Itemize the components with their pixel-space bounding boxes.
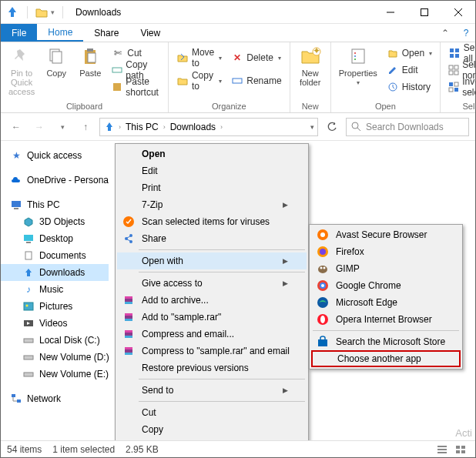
openwith-gimp[interactable]: GIMP: [311, 260, 461, 277]
copy-button[interactable]: Copy: [41, 44, 72, 79]
nav-onedrive[interactable]: OneDrive - Personal: [1, 172, 109, 189]
openwith-opera[interactable]: Opera Internet Browser: [311, 311, 461, 328]
nav-thispc[interactable]: This PC: [1, 196, 109, 213]
openwith-choose-another[interactable]: Choose another app: [311, 350, 461, 367]
ribbon-expand-button[interactable]: ⌃: [434, 24, 457, 42]
ctx-restore[interactable]: Restore previous versions: [117, 359, 307, 376]
nav-music[interactable]: ♪Music: [1, 281, 109, 298]
qat-dropdown-icon[interactable]: ▾: [51, 8, 55, 16]
new-folder-button[interactable]: ✦ New folder: [295, 44, 326, 89]
ctx-send-to[interactable]: Send to▶: [117, 382, 307, 399]
invert-selection-button[interactable]: Invert selection: [445, 79, 476, 95]
ctx-7zip[interactable]: 7-Zip▶: [117, 196, 307, 213]
nav-new-volume-e[interactable]: New Volume (E:): [1, 366, 109, 383]
ctx-print[interactable]: Print: [117, 179, 307, 196]
recent-dropdown[interactable]: ▾: [53, 118, 72, 136]
openwith-chrome[interactable]: Google Chrome: [311, 277, 461, 294]
qat-separator: [27, 6, 28, 18]
tab-file[interactable]: File: [1, 24, 37, 42]
crumb-thispc[interactable]: This PC: [124, 122, 160, 132]
ctx-add-archive[interactable]: Add to archive...: [117, 292, 307, 309]
openwith-store[interactable]: Search the Microsoft Store: [311, 333, 461, 350]
ctx-add-sample[interactable]: Add to "sample.rar": [117, 309, 307, 326]
ctx-give-access[interactable]: Give access to▶: [117, 275, 307, 292]
ctx-compress-email[interactable]: Compress and email...: [117, 326, 307, 343]
refresh-button[interactable]: [323, 118, 341, 136]
paste-button[interactable]: Paste: [75, 44, 106, 79]
cut-button[interactable]: ✄Cut: [109, 45, 163, 61]
edit-button[interactable]: Edit: [384, 62, 435, 78]
history-button[interactable]: History: [384, 79, 435, 95]
crumb-sep-icon[interactable]: ›: [119, 123, 121, 131]
svg-rect-81: [456, 450, 460, 453]
move-to-button[interactable]: Move to▾: [173, 50, 225, 65]
nav-pictures[interactable]: Pictures: [1, 298, 109, 315]
rename-button[interactable]: Rename: [228, 73, 284, 89]
nav-quick-access[interactable]: ★Quick access: [1, 147, 109, 164]
nav-new-volume-d[interactable]: New Volume (D:): [1, 349, 109, 366]
tab-share[interactable]: Share: [83, 24, 129, 42]
qat-folder-icon[interactable]: [35, 6, 48, 18]
properties-button[interactable]: Properties ▾: [336, 44, 380, 88]
up-button[interactable]: ↑: [76, 118, 95, 136]
ctx-copy[interactable]: Copy: [117, 421, 307, 438]
ctx-share[interactable]: Share: [117, 230, 307, 247]
copy-path-button[interactable]: Copy path: [109, 62, 163, 78]
music-icon: ♪: [22, 283, 35, 296]
select-all-button[interactable]: Select all: [445, 45, 476, 61]
address-dropdown-icon[interactable]: ▾: [310, 123, 314, 131]
svg-rect-27: [449, 82, 453, 86]
crumb-sep-icon[interactable]: ›: [220, 123, 223, 131]
svg-rect-58: [125, 336, 132, 338]
openwith-firefox[interactable]: Firefox: [311, 243, 461, 260]
svg-rect-43: [24, 373, 33, 376]
ctx-cut[interactable]: Cut: [117, 404, 307, 421]
view-details-button[interactable]: [434, 443, 451, 456]
open-button[interactable]: Open▾: [384, 45, 435, 61]
nav-videos[interactable]: Videos: [1, 315, 109, 332]
cube-icon: [22, 216, 35, 228]
search-box[interactable]: Search Downloads: [346, 118, 469, 136]
crumb-sep-icon[interactable]: ›: [163, 123, 166, 131]
delete-button[interactable]: ✕Delete▾: [228, 50, 284, 65]
view-large-icons-button[interactable]: [452, 443, 469, 456]
ctx-compress-sample-email[interactable]: Compress to "sample.rar" and email: [117, 343, 307, 359]
nav-downloads[interactable]: Downloads: [1, 264, 109, 281]
ctx-open[interactable]: Open: [117, 145, 307, 162]
videos-icon: [22, 317, 35, 329]
status-bar: 54 items 1 item selected 2.95 KB: [1, 440, 475, 457]
back-button[interactable]: ←: [7, 118, 25, 136]
nav-local-disk-c[interactable]: Local Disk (C:): [1, 332, 109, 349]
nav-documents[interactable]: Documents: [1, 247, 109, 264]
tab-view[interactable]: View: [129, 24, 171, 42]
ctx-scan[interactable]: Scan selected items for viruses: [117, 213, 307, 230]
gimp-icon: [316, 262, 330, 276]
svg-rect-78: [437, 452, 447, 453]
svg-rect-35: [24, 235, 33, 241]
svg-rect-25: [449, 71, 453, 75]
nav-3d-objects[interactable]: 3D Objects: [1, 213, 109, 230]
path-icon: [112, 64, 122, 76]
openwith-edge[interactable]: Microsoft Edge: [311, 294, 461, 311]
copy-to-button[interactable]: Copy to▾: [173, 73, 225, 89]
minimize-button[interactable]: [374, 1, 407, 24]
help-button[interactable]: ?: [457, 24, 475, 42]
maximize-button[interactable]: [407, 1, 441, 24]
nav-network[interactable]: Network: [1, 390, 109, 407]
group-label-clipboard: Clipboard: [5, 102, 163, 112]
address-bar[interactable]: › This PC › Downloads › ▾: [99, 118, 318, 136]
ctx-edit[interactable]: Edit: [117, 162, 307, 179]
paste-shortcut-button[interactable]: Paste shortcut: [109, 79, 163, 95]
select-none-button[interactable]: Select none: [445, 62, 476, 78]
pin-to-quick-access-button[interactable]: Pin to Quick access: [5, 44, 38, 98]
openwith-avast[interactable]: Avast Secure Browser: [311, 226, 461, 243]
nav-desktop[interactable]: Desktop: [1, 230, 109, 247]
forward-button[interactable]: →: [30, 118, 49, 136]
crumb-downloads[interactable]: Downloads: [169, 122, 217, 132]
close-button[interactable]: [441, 1, 475, 24]
ctx-open-with[interactable]: Open with▶: [117, 252, 307, 269]
svg-rect-26: [454, 71, 458, 75]
tab-home[interactable]: Home: [37, 24, 83, 42]
svg-point-31: [352, 122, 358, 129]
svg-rect-24: [454, 65, 458, 69]
